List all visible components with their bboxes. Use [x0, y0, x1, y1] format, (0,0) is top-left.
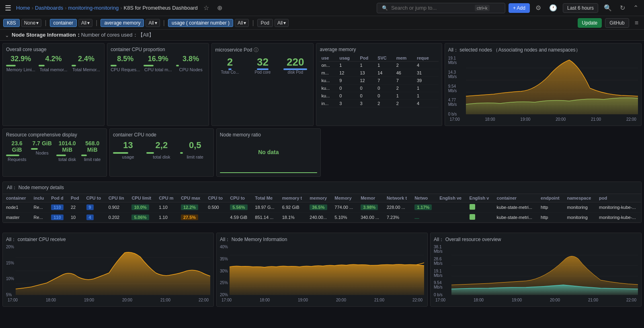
- td-memory-node1: 36.5%: [306, 202, 331, 212]
- menu-icon[interactable]: ☰: [3, 2, 13, 14]
- td-cpu-to3-node1: 5.56%: [227, 202, 252, 212]
- or-x-1: 18:00: [474, 298, 484, 302]
- filterbar: K8S None▾ | container All▾ | average mem…: [0, 16, 644, 30]
- td-Netwo-master: [411, 212, 436, 223]
- nav-left: ☰ Home › Dashboards › monitoring-monitor…: [3, 2, 373, 14]
- filter-all1[interactable]: All▾: [78, 19, 92, 27]
- filter-k8s[interactable]: K8S: [3, 19, 20, 27]
- stat-label-2: Total Memor...: [72, 67, 101, 72]
- cpu-receive-chart-wrapper: 20% 15% 10% 5%: [6, 245, 210, 297]
- nm-y-2: 30%: [220, 269, 228, 273]
- nm-y-0: 40%: [220, 245, 228, 249]
- td-Memor-master: 340.00 ...: [357, 212, 384, 223]
- overall-resource-panel: All： Overall resource overview 38.1 Mb/s…: [430, 233, 642, 307]
- cpu-nodes-stat: 3.8% CPU Nodes: [176, 55, 205, 72]
- or-y-4: 0 b/s: [434, 293, 450, 297]
- badge-cpu-lin-master: 5.06%: [131, 215, 149, 220]
- filter-pod[interactable]: Pod: [257, 19, 273, 27]
- filter-container[interactable]: container: [50, 19, 77, 27]
- search-input[interactable]: [391, 5, 472, 11]
- breadcrumb: Home › Dashboards › monitoring-monitorin…: [16, 5, 198, 11]
- filter-avg-memory[interactable]: average memory: [100, 19, 144, 27]
- avg-memory-cell: 4: [415, 100, 439, 107]
- td-container-node1: node1: [3, 202, 31, 212]
- star-button[interactable]: ☆: [201, 2, 211, 13]
- td-Memory-node1: 774.00 ...: [331, 202, 357, 212]
- overall-cpu-panel: Overall core usage 32.9% Memory Limi... …: [2, 43, 105, 126]
- spark-master: [470, 214, 475, 220]
- or-x-5: 22:00: [626, 298, 636, 302]
- avg-memory-header: use usag Pod SVC mem reque: [320, 55, 438, 62]
- monitoring-link[interactable]: monitoring-monitoring: [68, 5, 119, 11]
- col-mem: mem: [395, 55, 415, 62]
- or-y-0: 38.1 Mb/s: [434, 245, 450, 254]
- main-content: Overall core usage 32.9% Memory Limi... …: [0, 41, 644, 182]
- section-toggle[interactable]: ⌄: [5, 32, 9, 38]
- ccn-usage-value: 13: [113, 140, 143, 151]
- td-pod-d-node1: 110: [48, 202, 68, 212]
- container-cpu-node-stats: 13 usage 2,2 total disk 0,5 limit rate: [113, 140, 210, 159]
- y-label-4: 0 b/s: [448, 112, 464, 116]
- topnav: ☰ Home › Dashboards › monitoring-monitor…: [0, 0, 644, 16]
- avg-memory-cell: 1: [415, 85, 439, 92]
- filter-all3[interactable]: All▾: [235, 19, 249, 27]
- td-cpu-to3-master: 4.59 GiB: [227, 212, 252, 223]
- avg-memory-cell: in...: [320, 100, 338, 107]
- search-bar[interactable]: 🔍 ctrl+k: [377, 3, 505, 13]
- badge-netwo-node1: 1.17%: [414, 204, 432, 210]
- resource-comp-stats: 23.6 GiB Requests 7.7 GiB Nodes 1014.0 M…: [6, 140, 103, 162]
- dashboards-link[interactable]: Dashboards: [35, 5, 63, 11]
- more-options-icon[interactable]: ≡: [632, 18, 641, 28]
- clock-icon[interactable]: 🕐: [547, 2, 560, 13]
- micro-val-2: 220: [281, 56, 310, 68]
- table-row: master Re... 110 10 4 0.202 5.06% 1.10 2…: [3, 212, 641, 223]
- td-cpu-m-node1: 1.10: [156, 202, 178, 212]
- td-cpu-to-node1: 0.902: [105, 202, 129, 212]
- col-pod: Pod: [358, 55, 376, 62]
- search-icon: 🔍: [382, 5, 388, 11]
- y-label-0: 19.1 Mb/s: [448, 56, 464, 65]
- ccn-limit: 0,5 limit rate: [180, 140, 210, 159]
- bx-3: 20:00: [122, 298, 132, 302]
- filter-none[interactable]: None▾: [21, 19, 42, 27]
- github-button[interactable]: GitHub: [605, 18, 629, 28]
- ccn-usage-label: usage: [113, 155, 143, 159]
- share-button[interactable]: ⊕: [215, 2, 225, 13]
- td-total-me-node1: 18.97 G...: [252, 202, 279, 212]
- td-pod-d-master: 110: [48, 212, 68, 223]
- add-button[interactable]: + Add: [509, 3, 530, 13]
- table-row: node1 Re... 110 22 9 0.902 10.0% 1.10 12…: [3, 202, 641, 212]
- spacer1: [323, 128, 445, 177]
- time-range-button[interactable]: Last 6 hours: [563, 3, 598, 13]
- filter-all2[interactable]: All▾: [146, 19, 160, 27]
- home-link[interactable]: Home: [16, 5, 30, 11]
- node-memory-ratio-title: Node memory ratio: [220, 132, 317, 138]
- nm-x-3: 20:00: [336, 298, 346, 302]
- refresh-icon[interactable]: ↻: [617, 2, 628, 13]
- y-label-3: 4.77 Mb/s: [448, 98, 464, 107]
- filterbar-actions: Update GitHub ≡: [578, 18, 641, 28]
- ccn-limit-value: 0,5: [180, 140, 210, 151]
- settings-icon[interactable]: ⚙: [533, 2, 544, 13]
- zoom-out-icon[interactable]: 🔍: [601, 2, 614, 13]
- nm-x-0: 17:00: [222, 298, 232, 302]
- collapse-icon[interactable]: ⌃: [631, 2, 641, 13]
- th-namespace: namespace: [564, 194, 596, 202]
- update-button[interactable]: Update: [578, 18, 602, 28]
- cpu-receive-chart: [16, 245, 210, 297]
- th-container: container: [3, 194, 31, 202]
- th-cpu-to3: CPU to: [227, 194, 252, 202]
- node-details-scroll[interactable]: container inclu Pod d Pod CPU to CPU lin…: [3, 194, 641, 223]
- badge-Memor-node1: 3.98%: [361, 204, 378, 210]
- avg-memory-cell: 3: [358, 100, 376, 107]
- td-memory-master: 240.00...: [306, 212, 331, 223]
- cpu-requests-stat: 8.5% CPU Reques...: [111, 55, 140, 72]
- filter-usage[interactable]: usage ( container number ): [168, 19, 233, 27]
- rc-disk-value: 1014.0 MiB: [56, 140, 78, 153]
- ccn-limit-label: limit rate: [180, 155, 210, 159]
- td-cpu-max-master: 27.5%: [178, 212, 205, 223]
- avg-memory-cell: 1: [338, 62, 358, 69]
- info-icon[interactable]: ⓘ: [254, 47, 258, 53]
- filter-all4[interactable]: All▾: [275, 19, 289, 27]
- th-eng-v: English v: [466, 194, 494, 202]
